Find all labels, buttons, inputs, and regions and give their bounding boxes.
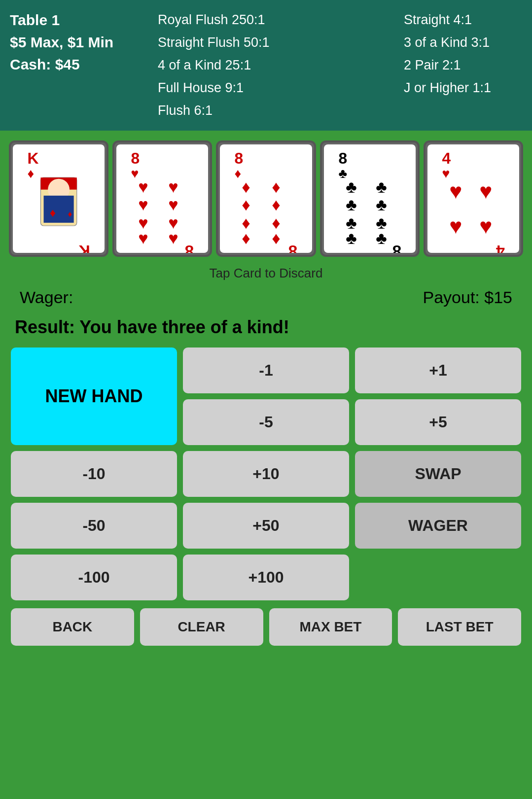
minus10-button[interactable]: -10	[11, 451, 177, 497]
payouts-left: Royal Flush 250:1 Straight Flush 50:1 4 …	[148, 9, 394, 122]
svg-text:♦: ♦	[242, 177, 250, 196]
svg-text:♣: ♣	[346, 229, 356, 247]
plus10-button[interactable]: +10	[183, 451, 349, 497]
svg-text:4: 4	[442, 150, 451, 168]
minus1-button[interactable]: -1	[183, 347, 349, 393]
svg-text:♦: ♦	[272, 196, 281, 214]
plus100-button[interactable]: +100	[183, 555, 349, 600]
svg-text:♥: ♥	[169, 229, 178, 247]
card-1[interactable]: K ♦ K ♦ ♦	[9, 140, 108, 257]
last-bet-button[interactable]: LAST BET	[398, 608, 521, 646]
minus100-button[interactable]: -100	[11, 555, 177, 600]
max-bet-button[interactable]: MAX BET	[269, 608, 392, 646]
svg-text:4: 4	[496, 243, 504, 253]
minus5-button[interactable]: -5	[183, 399, 349, 445]
svg-text:♦: ♦	[50, 206, 56, 219]
svg-text:♥: ♥	[169, 177, 178, 196]
payouts-right: Straight 4:1 3 of a Kind 3:1 2 Pair 2:1 …	[394, 9, 522, 100]
svg-text:♦: ♦	[28, 167, 35, 181]
card-3[interactable]: 8 ♦ 8 ♦ ♦ ♦ ♦ ♦ ♦ ♦ ♦	[216, 140, 316, 257]
svg-text:♣: ♣	[376, 196, 387, 214]
swap-button[interactable]: SWAP	[355, 451, 521, 497]
new-hand-button[interactable]: NEW HAND	[11, 347, 177, 445]
tap-instruction: Tap Card to Discard	[5, 262, 527, 283]
plus1-button[interactable]: +1	[355, 347, 521, 393]
cards-row: K ♦ K ♦ ♦ 8 ♥ 8	[5, 136, 527, 262]
plus50-button[interactable]: +50	[183, 503, 349, 549]
svg-text:8: 8	[392, 243, 401, 253]
card-2[interactable]: 8 ♥ 8 ♥ ♥ ♥ ♥ ♥ ♥ ♥ ♥	[112, 140, 212, 257]
svg-text:8: 8	[185, 243, 194, 253]
wager-button[interactable]: WAGER	[355, 503, 521, 549]
svg-text:♦: ♦	[242, 196, 250, 214]
svg-text:8: 8	[235, 150, 244, 168]
svg-text:8: 8	[338, 150, 347, 168]
svg-text:♦: ♦	[242, 229, 250, 247]
result-text: Result: You have three of a kind!	[5, 312, 527, 347]
svg-text:♣: ♣	[346, 196, 356, 214]
plus5-button[interactable]: +5	[355, 399, 521, 445]
svg-text:8: 8	[131, 150, 140, 168]
payout-label: Payout: $15	[423, 288, 512, 307]
minus50-button[interactable]: -50	[11, 503, 177, 549]
svg-text:♥: ♥	[479, 214, 492, 238]
svg-text:K: K	[28, 150, 39, 168]
clear-button[interactable]: CLEAR	[140, 608, 263, 646]
svg-text:♥: ♥	[442, 167, 450, 181]
card-5[interactable]: 4 ♥ 4 ♥ ♥ ♥ ♥	[424, 140, 523, 257]
back-button[interactable]: BACK	[11, 608, 134, 646]
wager-label: Wager:	[20, 288, 73, 307]
svg-text:♥: ♥	[449, 179, 462, 203]
svg-text:♥: ♥	[138, 196, 148, 214]
svg-text:♥: ♥	[138, 177, 148, 196]
card-4[interactable]: 8 ♣ 8 ♣ ♣ ♣ ♣ ♣ ♣ ♣ ♣	[320, 140, 420, 257]
svg-text:♥: ♥	[479, 179, 492, 203]
svg-text:♥: ♥	[131, 167, 139, 181]
table-info: Table 1 $5 Max, $1 Min Cash: $45	[10, 9, 148, 75]
svg-text:♣: ♣	[376, 177, 387, 196]
header: Table 1 $5 Max, $1 Min Cash: $45 Royal F…	[0, 0, 532, 131]
svg-text:♦: ♦	[235, 167, 242, 181]
svg-text:♦: ♦	[272, 229, 281, 247]
svg-text:♥: ♥	[449, 214, 462, 238]
svg-text:8: 8	[288, 243, 297, 253]
svg-text:♦: ♦	[272, 177, 281, 196]
svg-text:♥: ♥	[138, 229, 148, 247]
svg-text:♣: ♣	[376, 229, 387, 247]
svg-text:♣: ♣	[346, 177, 356, 196]
svg-text:♥: ♥	[169, 196, 178, 214]
svg-text:K: K	[79, 243, 90, 253]
svg-text:♦: ♦	[68, 209, 72, 219]
